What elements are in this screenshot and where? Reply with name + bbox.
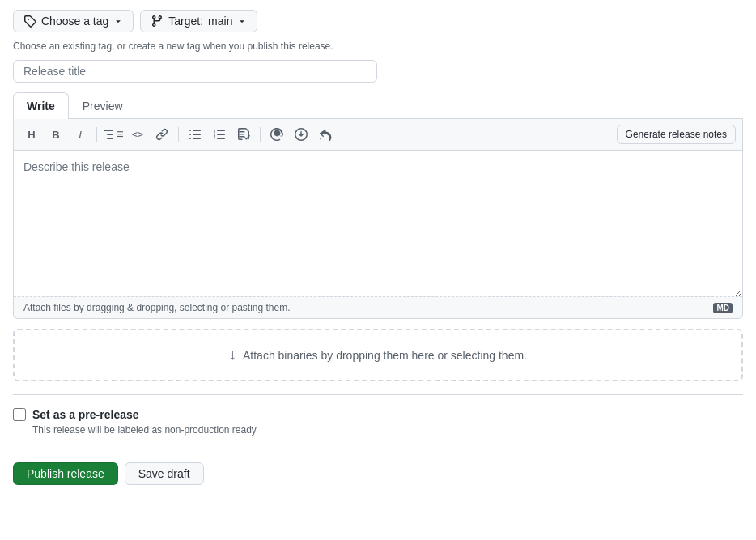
release-description-textarea[interactable] xyxy=(14,151,742,296)
toolbar-divider-1 xyxy=(96,127,97,142)
pre-release-section: Set as a pre-release This release will b… xyxy=(13,408,743,436)
ordered-list-icon xyxy=(213,128,226,141)
section-divider xyxy=(13,394,743,395)
ordered-list-btn[interactable] xyxy=(208,124,231,145)
target-label: Target: xyxy=(168,15,203,28)
target-chevron-icon xyxy=(237,16,247,26)
tab-write[interactable]: Write xyxy=(13,92,69,119)
attach-binaries-dropzone[interactable]: ↓ Attach binaries by dropping them here … xyxy=(13,329,743,381)
link-icon xyxy=(155,128,168,141)
target-value: main xyxy=(208,15,232,28)
tag-chevron-icon xyxy=(113,16,123,26)
unordered-list-btn[interactable] xyxy=(184,124,206,145)
mention-btn[interactable] xyxy=(265,124,288,145)
toolbar-divider-2 xyxy=(178,127,179,142)
italic-btn[interactable]: I xyxy=(69,124,91,145)
heading-btn[interactable]: H xyxy=(20,124,43,145)
hint-text: Choose an existing tag, or create a new … xyxy=(13,40,743,52)
bold-btn[interactable]: B xyxy=(45,124,67,145)
pre-release-label[interactable]: Set as a pre-release xyxy=(32,408,139,421)
release-title-input[interactable] xyxy=(13,60,377,83)
pre-release-checkbox-row: Set as a pre-release xyxy=(13,408,743,421)
pre-release-hint: This release will be labeled as non-prod… xyxy=(32,424,743,436)
choose-tag-label: Choose a tag xyxy=(41,15,108,28)
generate-release-notes-button[interactable]: Generate release notes xyxy=(617,125,736,144)
quote-btn[interactable]: ≡ xyxy=(102,124,125,145)
unordered-list-icon xyxy=(189,128,202,141)
toolbar-left: H B I ≡ <> xyxy=(20,124,337,145)
reference-btn[interactable] xyxy=(290,124,312,145)
toolbar: H B I ≡ <> xyxy=(14,119,742,151)
top-controls: Choose a tag Target: main xyxy=(13,10,743,32)
tab-preview[interactable]: Preview xyxy=(69,92,137,119)
tag-icon xyxy=(23,15,36,28)
reference-icon xyxy=(295,128,308,141)
tabs: Write Preview xyxy=(13,92,743,119)
undo-icon xyxy=(319,128,332,141)
publish-release-button[interactable]: Publish release xyxy=(13,462,118,485)
attach-files-bar: Attach files by dragging & dropping, sel… xyxy=(14,296,742,318)
action-buttons: Publish release Save draft xyxy=(13,462,743,485)
task-list-icon xyxy=(237,128,250,141)
editor-container: H B I ≡ <> xyxy=(13,119,743,319)
mention-icon xyxy=(270,128,283,141)
pre-release-checkbox[interactable] xyxy=(13,408,26,421)
attach-files-text: Attach files by dragging & dropping, sel… xyxy=(23,302,291,313)
save-draft-button[interactable]: Save draft xyxy=(125,462,204,485)
attach-binaries-arrow-icon: ↓ xyxy=(229,347,236,364)
link-btn[interactable] xyxy=(151,124,173,145)
branch-icon xyxy=(151,15,164,28)
task-list-btn[interactable] xyxy=(232,124,255,145)
code-btn[interactable]: <> xyxy=(126,124,149,145)
toolbar-divider-3 xyxy=(260,127,261,142)
quote-icon xyxy=(103,128,116,141)
target-button[interactable]: Target: main xyxy=(140,10,257,32)
undo-btn[interactable] xyxy=(314,124,337,145)
section-divider-2 xyxy=(13,449,743,449)
attach-binaries-text: Attach binaries by dropping them here or… xyxy=(243,349,527,362)
choose-tag-button[interactable]: Choose a tag xyxy=(13,10,134,32)
markdown-badge: MD xyxy=(713,303,733,313)
